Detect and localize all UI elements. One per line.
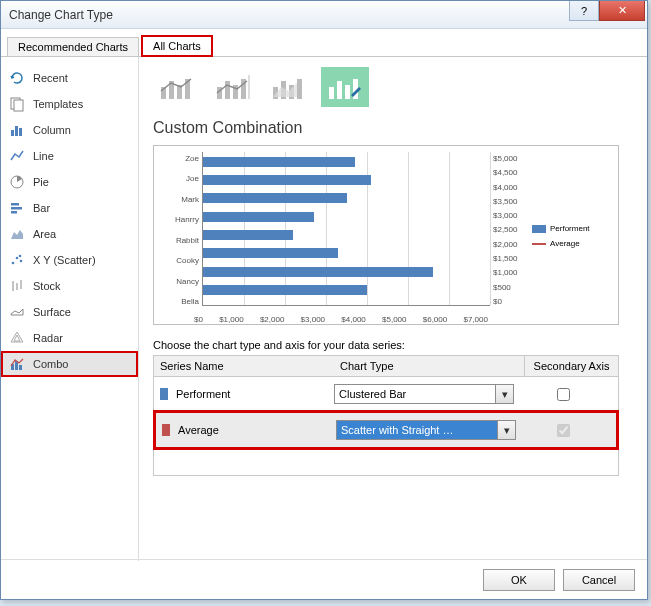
legend-swatch-blue <box>532 225 546 233</box>
secondary-axis-checkbox-average[interactable] <box>516 424 610 437</box>
plot-area <box>202 152 490 306</box>
chart-legend: Performent Average <box>526 152 610 320</box>
sidebar-item-radar[interactable]: Radar <box>1 325 138 351</box>
sidebar-item-label: Radar <box>33 332 63 344</box>
bar-joe <box>203 175 371 185</box>
chevron-down-icon: ▾ <box>497 421 515 439</box>
sidebar-item-bar[interactable]: Bar <box>1 195 138 221</box>
legend-performent: Performent <box>532 224 610 233</box>
scatter-icon <box>9 252 25 268</box>
tab-all-charts[interactable]: All Charts <box>141 35 213 57</box>
recent-icon <box>9 70 25 86</box>
svg-rect-35 <box>337 81 342 99</box>
sidebar-item-column[interactable]: Column <box>1 117 138 143</box>
chart-type-select-performent[interactable]: Clustered Bar▾ <box>334 384 514 404</box>
series-table-header: Series Name Chart Type Secondary Axis <box>154 356 618 377</box>
chart-type-select-average[interactable]: Scatter with Straight …▾ <box>336 420 516 440</box>
chart-category-sidebar: Recent Templates Column Line Pie Bar Are… <box>1 57 139 561</box>
titlebar-buttons: ? ✕ <box>569 1 647 28</box>
bar-zoe <box>203 157 355 167</box>
sidebar-item-combo[interactable]: Combo <box>1 351 138 377</box>
svg-rect-4 <box>19 128 22 136</box>
category-axis: Zoe Joe Mark Hanrry Rabbit Cooky Nancy B… <box>162 152 202 320</box>
series-row-performent: Performent Clustered Bar▾ <box>154 377 618 411</box>
svg-rect-20 <box>19 365 22 370</box>
series-table: Series Name Chart Type Secondary Axis Pe… <box>153 355 619 476</box>
series-row-average: Average Scatter with Straight …▾ <box>156 413 616 447</box>
svg-rect-7 <box>11 207 22 210</box>
svg-point-12 <box>19 255 22 258</box>
sidebar-item-label: Column <box>33 124 71 136</box>
help-button[interactable]: ? <box>569 1 599 21</box>
svg-rect-26 <box>225 81 230 99</box>
bar-nancy <box>203 267 433 277</box>
chart-preview: Zoe Joe Mark Hanrry Rabbit Cooky Nancy B… <box>153 145 619 325</box>
legend-swatch-red <box>532 240 546 248</box>
series-marker-red <box>162 424 170 436</box>
dialog-footer: OK Cancel <box>1 559 647 599</box>
subtype-heading: Custom Combination <box>153 119 633 137</box>
change-chart-type-dialog: Change Chart Type ? ✕ Recommended Charts… <box>0 0 648 600</box>
column-icon <box>9 122 25 138</box>
tab-recommended-charts[interactable]: Recommended Charts <box>7 37 139 56</box>
series-marker-blue <box>160 388 168 400</box>
sidebar-item-label: Line <box>33 150 54 162</box>
main-panel: Custom Combination Zoe Joe Mark Hanrry R… <box>139 57 647 561</box>
bar-icon <box>9 200 25 216</box>
secondary-axis: $5,000 $4,500 $4,000 $3,500 $3,000 $2,50… <box>490 152 526 320</box>
line-icon <box>9 148 25 164</box>
sidebar-item-label: Combo <box>33 358 68 370</box>
titlebar: Change Chart Type ? ✕ <box>1 1 647 29</box>
svg-rect-6 <box>11 203 19 206</box>
bar-mark <box>203 193 347 203</box>
sidebar-item-recent[interactable]: Recent <box>1 65 138 91</box>
combo-subtype-1[interactable] <box>153 67 201 107</box>
close-button[interactable]: ✕ <box>599 1 645 21</box>
header-chart-type: Chart Type <box>334 356 524 376</box>
ok-button[interactable]: OK <box>483 569 555 591</box>
cancel-button[interactable]: Cancel <box>563 569 635 591</box>
chevron-down-icon: ▾ <box>495 385 513 403</box>
sidebar-item-surface[interactable]: Surface <box>1 299 138 325</box>
sidebar-item-label: Area <box>33 228 56 240</box>
bar-hanrry <box>203 212 314 222</box>
chart-inner: Zoe Joe Mark Hanrry Rabbit Cooky Nancy B… <box>162 152 610 320</box>
svg-rect-8 <box>11 211 17 214</box>
series-name-label: Performent <box>176 388 334 400</box>
stock-icon <box>9 278 25 294</box>
svg-rect-2 <box>11 130 14 136</box>
combo-subtype-3[interactable] <box>265 67 313 107</box>
dialog-title: Change Chart Type <box>9 8 569 22</box>
bar-bella <box>203 285 367 295</box>
svg-rect-3 <box>15 126 18 136</box>
sidebar-item-label: Bar <box>33 202 50 214</box>
sidebar-item-line[interactable]: Line <box>1 143 138 169</box>
series-name-label: Average <box>178 424 336 436</box>
sidebar-item-label: Recent <box>33 72 68 84</box>
combo-subtype-custom[interactable] <box>321 67 369 107</box>
surface-icon <box>9 304 25 320</box>
area-icon <box>9 226 25 242</box>
sidebar-item-label: Stock <box>33 280 61 292</box>
sidebar-item-templates[interactable]: Templates <box>1 91 138 117</box>
sidebar-item-label: Pie <box>33 176 49 188</box>
header-series-name: Series Name <box>154 356 334 376</box>
help-icon: ? <box>581 5 587 17</box>
svg-rect-36 <box>345 85 350 99</box>
sidebar-item-area[interactable]: Area <box>1 221 138 247</box>
sidebar-item-stock[interactable]: Stock <box>1 273 138 299</box>
sidebar-item-pie[interactable]: Pie <box>1 169 138 195</box>
svg-point-11 <box>20 260 23 263</box>
series-caption: Choose the chart type and axis for your … <box>153 339 633 351</box>
header-secondary-axis: Secondary Axis <box>524 356 618 376</box>
sidebar-item-scatter[interactable]: X Y (Scatter) <box>1 247 138 273</box>
svg-point-9 <box>12 262 15 265</box>
legend-average: Average <box>532 239 610 248</box>
templates-icon <box>9 96 25 112</box>
dialog-body: Recent Templates Column Line Pie Bar Are… <box>1 57 647 561</box>
combo-subtype-2[interactable] <box>209 67 257 107</box>
tab-strip: Recommended Charts All Charts <box>1 33 647 57</box>
sidebar-item-label: Templates <box>33 98 83 110</box>
sidebar-item-label: Surface <box>33 306 71 318</box>
secondary-axis-checkbox-performent[interactable] <box>514 388 612 401</box>
